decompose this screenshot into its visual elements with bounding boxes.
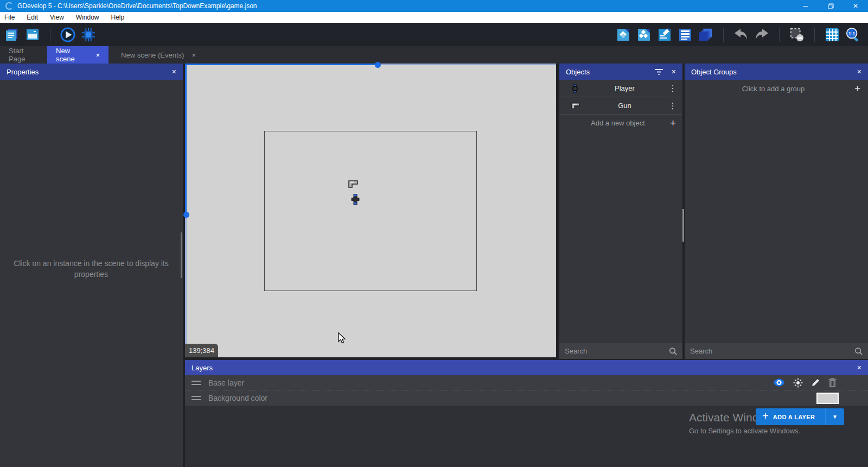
layer-row-base[interactable]: Base layer [185,375,868,390]
background-color-swatch[interactable] [816,393,839,404]
object-menu-icon[interactable]: ⋮ [668,101,677,111]
objects-title: Objects [566,68,590,76]
start-page-icon[interactable] [25,27,40,42]
close-panel-icon[interactable]: × [172,67,176,76]
minimize-icon [803,6,808,7]
gdevelop-logo-icon [5,2,13,10]
tabbar: Start Page New scene × New scene (Events… [0,46,868,64]
debug-icon[interactable] [81,27,96,42]
canvas-h-scroll-thumb[interactable] [375,62,381,68]
window-title: GDevelop 5 - C:\Users\Sparkle\OneDrive\D… [17,2,257,10]
window-controls: ✕ [793,0,868,12]
canvas-v-scrollbar[interactable] [185,64,187,215]
add-a-layer-button[interactable]: + ADD A LAYER ▼ [756,408,844,425]
player-instance-sprite[interactable] [351,194,360,205]
toolbar-separator [50,28,50,42]
close-button[interactable]: ✕ [843,0,868,12]
search-icon [854,347,863,355]
canvas-h-scrollbar[interactable] [185,64,378,65]
scene-canvas[interactable]: 139;384 [185,64,556,357]
properties-header: Properties × [0,64,183,80]
layer-name: Base layer [208,378,244,387]
edit-layer-pencil-icon[interactable] [811,378,820,387]
object-groups-search-input[interactable] [690,347,854,355]
toolbar-separator [814,28,815,42]
menu-help[interactable]: Help [111,14,125,21]
add-group-button[interactable]: Click to add a group + [685,80,868,97]
tab-new-scene-events[interactable]: New scene (Events) × [112,46,205,64]
tab-new-scene[interactable]: New scene × [47,46,108,64]
filter-icon[interactable] [655,69,663,75]
visibility-eye-icon[interactable] [773,378,785,387]
restore-button[interactable] [818,0,843,12]
undo-icon[interactable] [733,27,749,42]
drag-handle-icon[interactable] [192,381,201,385]
canvas-v-scroll-thumb[interactable] [183,212,189,218]
add-object-label: Add a new object [566,119,670,127]
tab-label: New scene [56,47,88,63]
menubar: File Edit View Window Help [0,12,868,23]
tab-close-icon[interactable]: × [192,51,196,59]
menu-window[interactable]: Window [76,14,99,21]
tab-close-icon[interactable]: × [95,51,100,59]
canvas-h-scrollbar-track[interactable] [378,64,556,65]
zoom-1-1-icon[interactable]: 1:1 [845,27,860,42]
objects-panel: Objects × Player ⋮ [559,64,682,359]
close-panel-icon[interactable]: × [857,67,861,76]
objects-panel-icon[interactable] [616,27,631,42]
menu-file[interactable]: File [4,14,15,21]
game-window-bounds [264,131,477,291]
properties-empty-text: Click on an instance in the scene to dis… [10,258,173,280]
object-groups-header: Object Groups × [685,64,868,80]
layers-title: Layers [192,364,213,372]
object-groups-panel: Object Groups × Click to add a group + [685,64,868,359]
object-groups-title: Object Groups [691,68,737,76]
add-new-object-button[interactable]: Add a new object + [559,115,682,131]
menu-edit[interactable]: Edit [27,14,38,21]
gun-instance-sprite[interactable] [348,180,358,188]
layers-panel-icon[interactable] [698,27,713,42]
play-icon[interactable] [60,27,75,42]
chevron-down-icon[interactable]: ▼ [826,414,844,420]
cursor-coordinates-badge: 139;384 [185,344,218,357]
layer-name: Background color [208,394,267,402]
layer-effects-icon[interactable] [793,378,803,388]
toolbar-separator [779,28,780,42]
gdevelop-window: GDevelop 5 - C:\Users\Sparkle\OneDrive\D… [0,0,868,467]
properties-title: Properties [7,68,39,76]
add-group-label: Click to add a group [692,85,854,93]
clear-selection-icon[interactable] [789,27,805,42]
object-groups-search [685,343,868,359]
properties-scrollbar[interactable] [181,232,182,278]
project-manager-icon[interactable] [4,27,20,42]
object-menu-icon[interactable]: ⋮ [668,84,677,93]
object-name: Player [581,84,668,92]
objects-panel-scrollbar[interactable] [682,209,684,242]
close-icon: ✕ [853,2,858,10]
tab-start-page[interactable]: Start Page [0,46,47,64]
menu-view[interactable]: View [50,14,64,21]
objects-search [559,343,682,359]
titlebar: GDevelop 5 - C:\Users\Sparkle\OneDrive\D… [0,0,868,12]
instances-list-icon[interactable] [678,27,693,42]
objects-search-input[interactable] [565,347,669,355]
canvas-v-scrollbar-track[interactable] [185,215,187,357]
grid-icon[interactable] [825,27,840,42]
close-panel-icon[interactable]: × [672,67,676,76]
properties-panel-icon[interactable] [657,27,672,42]
drag-handle-icon[interactable] [192,396,201,400]
toolbar: 1:1 [0,23,868,46]
layer-row-background-color[interactable]: Background color [185,390,868,406]
layers-panel: Layers × Base layer [185,360,868,467]
gun-object-icon [569,102,581,110]
redo-icon[interactable] [754,27,769,42]
delete-layer-trash-icon[interactable] [828,378,837,387]
close-panel-icon[interactable]: × [857,363,861,372]
minimize-button[interactable] [793,0,818,12]
mouse-cursor-icon [337,332,347,344]
object-groups-panel-icon[interactable] [636,27,652,42]
object-row-player[interactable]: Player ⋮ [559,80,682,97]
properties-panel: Properties × Click on an instance in the… [0,64,183,467]
plus-icon: + [756,410,773,424]
object-row-gun[interactable]: Gun ⋮ [559,97,682,115]
